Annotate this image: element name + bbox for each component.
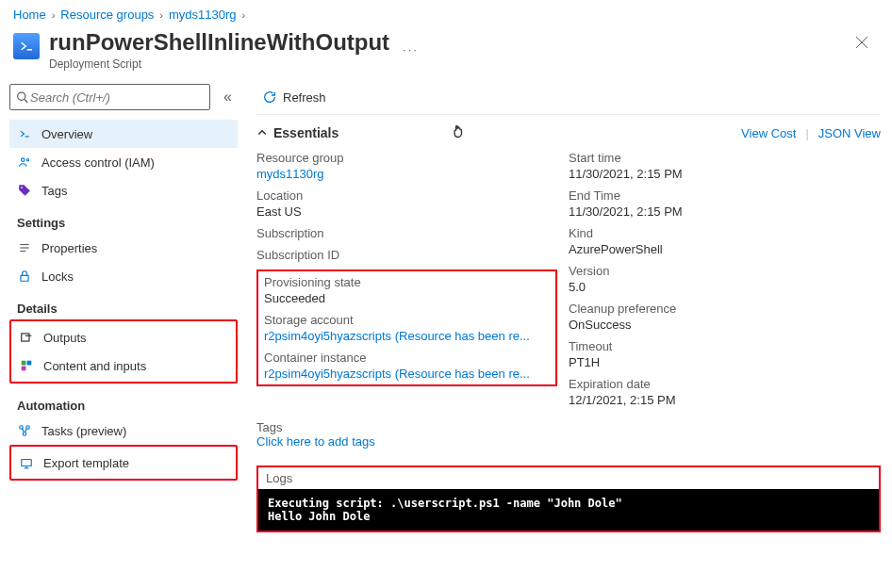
highlight-box-export: Export template [9,445,238,481]
sidebar: « Overview Access control (IAM) Tags Set… [0,78,241,588]
location-value: East US [256,204,569,219]
nav-outputs[interactable]: Outputs [11,323,236,351]
main-content: Refresh Essentials View Cost | JSON View… [241,78,892,588]
refresh-label: Refresh [283,90,326,105]
content-icon [19,359,34,372]
svg-point-20 [23,433,26,436]
more-menu-button[interactable]: ··· [403,42,419,57]
nav-section-details: Details [9,290,238,319]
subscription-id-label: Subscription ID [256,248,569,262]
svg-line-22 [25,429,27,433]
location-label: Location [256,188,569,203]
nav-label: Access control (IAM) [41,155,155,170]
tag-icon [17,184,32,197]
cleanup-label: Cleanup preference [569,302,881,316]
essentials-toggle[interactable]: Essentials [256,125,339,140]
nav-iam[interactable]: Access control (IAM) [9,148,238,176]
highlight-box-logs: Logs Executing script: .\userscript.ps1 … [256,466,881,532]
nav-label: Overview [41,127,92,141]
svg-rect-12 [21,275,28,281]
nav-export-template[interactable]: Export template [11,449,236,477]
search-icon [16,90,28,104]
nav-label: Export template [43,456,129,470]
logs-header: Logs [258,467,879,489]
rg-value[interactable]: myds1130rg [256,167,569,181]
container-instance-label: Container instance [264,351,550,365]
nav-section-settings: Settings [9,204,238,234]
iam-icon [17,155,32,169]
essentials-label: Essentials [273,125,339,140]
nav-label: Locks [41,270,74,284]
chevron-right-icon: › [242,9,246,21]
breadcrumb-home[interactable]: Home [13,8,46,22]
collapse-sidebar-button[interactable]: « [218,89,238,106]
essentials-bar: Essentials View Cost | JSON View [256,115,881,145]
search-box[interactable] [9,84,210,110]
breadcrumb-resource-groups[interactable]: Resource groups [60,8,154,22]
nav-label: Tasks (preview) [41,424,126,438]
subscription-label: Subscription [256,226,569,240]
essentials-grid: Resource group myds1130rg Location East … [256,151,881,415]
page-subtitle: Deployment Script [49,57,389,71]
nav-label: Outputs [43,331,87,345]
container-instance-value[interactable]: r2psim4oyi5hyazscripts (Resource has bee… [264,367,550,381]
svg-rect-13 [22,334,29,341]
svg-line-4 [25,99,27,102]
cursor-icon [452,122,469,143]
properties-icon [17,241,32,254]
start-time-value: 11/30/2021, 2:15 PM [569,167,881,181]
logs-console: Executing script: .\userscript.ps1 -name… [258,489,879,531]
provisioning-state-value: Succeeded [264,291,550,305]
chevron-right-icon: › [159,9,163,21]
deployment-script-icon [13,33,40,59]
nav-content-inputs[interactable]: Content and inputs [11,351,236,380]
version-label: Version [569,264,881,278]
end-time-label: End Time [569,188,881,203]
outputs-icon [19,331,34,344]
kind-label: Kind [569,226,881,240]
nav-overview[interactable]: Overview [9,120,238,148]
start-time-label: Start time [569,151,881,165]
nav-tasks[interactable]: Tasks (preview) [9,416,238,445]
nav-tags[interactable]: Tags [9,176,238,204]
svg-rect-23 [22,460,32,466]
lock-icon [17,270,32,283]
expiration-value: 12/1/2021, 2:15 PM [569,393,881,407]
rg-label: Resource group [256,151,569,165]
close-button[interactable] [845,29,879,56]
svg-rect-15 [22,361,26,366]
svg-point-6 [22,158,25,162]
refresh-icon [262,90,277,105]
version-value: 5.0 [569,280,881,294]
svg-rect-17 [22,367,26,371]
nav-section-automation: Automation [9,387,238,416]
timeout-label: Timeout [569,339,881,353]
highlight-box-details: Outputs Content and inputs [9,319,238,384]
tags-row: Tags Click here to add tags [256,420,881,449]
search-input[interactable] [28,90,204,106]
overview-icon [17,127,32,140]
nav-properties[interactable]: Properties [9,234,238,262]
divider: | [805,126,808,140]
nav-label: Properties [41,241,97,255]
chevron-up-icon [256,127,268,139]
svg-point-7 [26,159,28,161]
svg-rect-16 [27,361,32,366]
chevron-right-icon: › [52,9,56,21]
json-view-link[interactable]: JSON View [818,126,881,140]
tasks-icon [17,424,32,437]
breadcrumb-rg-name[interactable]: myds1130rg [169,8,237,22]
view-cost-link[interactable]: View Cost [741,126,796,140]
storage-account-value[interactable]: r2psim4oyi5hyazscripts (Resource has bee… [264,329,550,343]
svg-line-21 [23,429,25,433]
add-tags-link[interactable]: Click here to add tags [256,434,375,449]
nav-label: Content and inputs [43,359,146,373]
nav-label: Tags [41,184,67,198]
cleanup-value: OnSuccess [569,318,881,332]
export-icon [19,456,34,469]
refresh-button[interactable]: Refresh [256,86,332,108]
kind-value: AzurePowerShell [569,242,881,256]
tags-label: Tags [256,420,282,434]
nav-locks[interactable]: Locks [9,262,238,290]
timeout-value: PT1H [569,355,881,369]
